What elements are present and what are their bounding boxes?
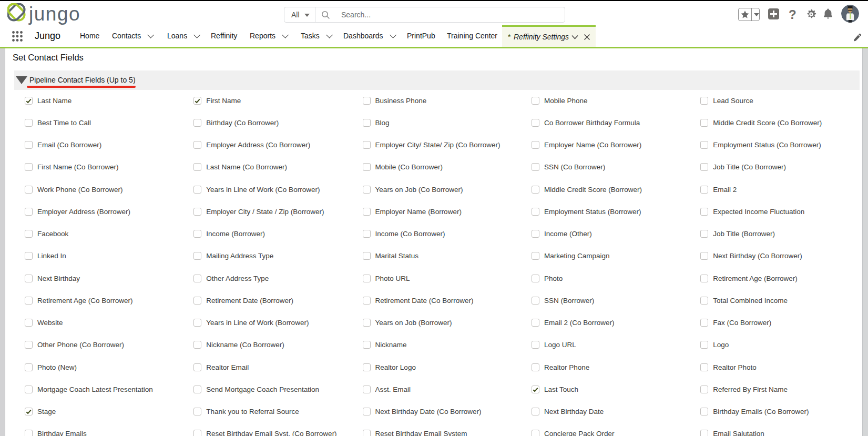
- svg-text:jungo: jungo: [28, 3, 80, 25]
